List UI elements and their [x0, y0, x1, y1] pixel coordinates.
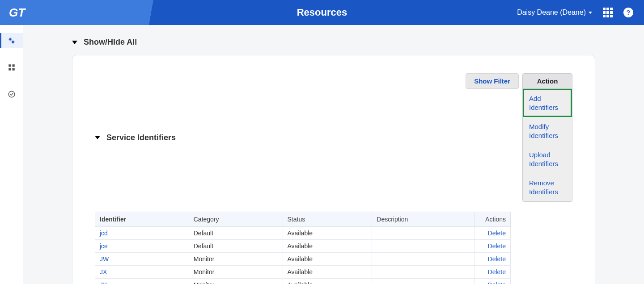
- status-cell: Available: [283, 279, 372, 284]
- left-sidebar: [0, 25, 23, 284]
- toggle-all-label: Show/Hide All: [84, 38, 137, 47]
- service-identifiers-header[interactable]: Service Identifiers: [95, 133, 176, 142]
- service-identifiers-section: Service Identifiers Show Filter Action A…: [95, 73, 572, 284]
- status-cell: Available: [283, 240, 372, 253]
- identifier-link[interactable]: jce: [100, 242, 108, 250]
- toggle-all-header[interactable]: Show/Hide All: [72, 38, 595, 47]
- table-row: jceDefaultAvailableDelete: [95, 240, 511, 253]
- description-cell: [372, 240, 475, 253]
- description-cell: [372, 266, 475, 279]
- table-row: JWMonitorAvailableDelete: [95, 253, 511, 266]
- description-cell: [372, 253, 475, 266]
- svg-point-6: [8, 91, 15, 97]
- col-identifier[interactable]: Identifier: [95, 212, 189, 227]
- app-logo[interactable]: GT: [9, 6, 25, 20]
- chevron-down-icon: [589, 12, 592, 14]
- identifier-link[interactable]: JY: [100, 281, 107, 284]
- identifier-link[interactable]: jcd: [100, 230, 108, 237]
- service-identifiers-title: Service Identifiers: [106, 133, 176, 142]
- app-header: GT Resources Daisy Deane (Deane) ?: [0, 0, 644, 25]
- svg-rect-2: [8, 64, 11, 67]
- action-menu-upload-identifiers[interactable]: Upload Identifiers: [523, 145, 572, 173]
- table-row: JXMonitorAvailableDelete: [95, 266, 511, 279]
- table-row: JYMonitorAvailableDelete: [95, 279, 511, 284]
- action-dropdown: Action Add Identifiers Modify Identifier…: [522, 73, 572, 202]
- svg-rect-4: [8, 68, 11, 71]
- identifier-link[interactable]: JW: [100, 255, 109, 263]
- header-accent: [0, 0, 215, 25]
- main-content: Show/Hide All Service Identifiers Show F…: [23, 25, 644, 284]
- status-cell: Available: [283, 266, 372, 279]
- sidebar-item-settings[interactable]: [0, 33, 23, 48]
- user-menu[interactable]: Daisy Deane (Deane): [517, 8, 592, 17]
- delete-link[interactable]: Delete: [488, 268, 506, 276]
- status-cell: Available: [283, 253, 372, 266]
- help-icon[interactable]: ?: [623, 8, 633, 17]
- action-menu-modify-identifiers[interactable]: Modify Identifiers: [523, 117, 572, 145]
- action-button[interactable]: Action: [523, 74, 572, 89]
- delete-link[interactable]: Delete: [488, 242, 506, 250]
- sidebar-item-dashboard[interactable]: [0, 60, 23, 75]
- table-row: jcdDefaultAvailableDelete: [95, 227, 511, 240]
- action-menu-remove-identifiers[interactable]: Remove Identifiers: [523, 173, 572, 201]
- caret-down-icon: [95, 136, 100, 139]
- show-filter-button[interactable]: Show Filter: [466, 73, 519, 89]
- check-circle-icon: [8, 90, 16, 98]
- delete-link[interactable]: Delete: [488, 255, 506, 263]
- content-panel: Service Identifiers Show Filter Action A…: [72, 55, 595, 284]
- category-cell: Monitor: [189, 266, 283, 279]
- category-cell: Monitor: [189, 279, 283, 284]
- identifiers-table: Identifier Category Status Description A…: [95, 212, 511, 284]
- table-header-row: Identifier Category Status Description A…: [95, 212, 511, 227]
- col-category[interactable]: Category: [189, 212, 283, 227]
- description-cell: [372, 227, 475, 240]
- delete-link[interactable]: Delete: [488, 281, 506, 284]
- action-menu-add-identifiers[interactable]: Add Identifiers: [523, 89, 572, 117]
- category-cell: Monitor: [189, 253, 283, 266]
- col-actions: Actions: [475, 212, 511, 227]
- description-cell: [372, 279, 475, 284]
- caret-down-icon: [72, 41, 77, 44]
- svg-rect-3: [12, 64, 14, 67]
- delete-link[interactable]: Delete: [488, 230, 506, 237]
- category-cell: Default: [189, 240, 283, 253]
- category-cell: Default: [189, 227, 283, 240]
- svg-rect-5: [12, 68, 14, 71]
- identifier-link[interactable]: JX: [100, 268, 107, 276]
- col-status[interactable]: Status: [283, 212, 372, 227]
- gears-icon: [8, 37, 16, 45]
- status-cell: Available: [283, 227, 372, 240]
- apps-grid-icon[interactable]: [603, 8, 613, 17]
- sidebar-item-approvals[interactable]: [0, 87, 23, 102]
- col-description[interactable]: Description: [372, 212, 475, 227]
- user-name: Daisy Deane (Deane): [517, 8, 586, 17]
- grid-icon: [8, 63, 16, 71]
